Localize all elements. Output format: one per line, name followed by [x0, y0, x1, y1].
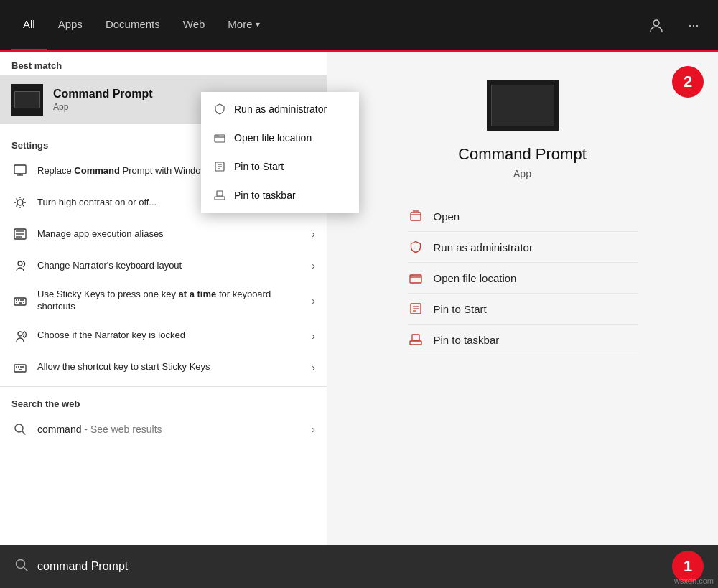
context-pin-start[interactable]: Pin to Start	[201, 152, 327, 181]
list-icon	[11, 225, 29, 243]
sun-icon	[11, 194, 29, 211]
best-match-title: Command Prompt	[53, 88, 153, 101]
right-app-title: Command Prompt	[458, 145, 587, 164]
folder-icon	[213, 131, 227, 145]
badge-2: 2	[672, 66, 704, 98]
action-pin-start-label: Pin to Start	[434, 303, 487, 315]
best-match-info: Command Prompt App	[53, 88, 153, 112]
search-bar-icon	[14, 558, 29, 576]
settings-narrator-lock-text: Choose if the Narrator key is locked	[37, 330, 303, 342]
context-menu: Run as administrator Open file location	[201, 92, 327, 213]
monitor-icon	[11, 162, 29, 179]
settings-narrator-text: Change Narrator's keyboard layout	[37, 260, 303, 272]
shield2-icon	[408, 239, 424, 255]
arrow-icon-web: ›	[312, 424, 315, 435]
svg-rect-25	[14, 298, 26, 305]
folder2-icon	[408, 270, 424, 286]
web-search-label: Search the web	[0, 390, 327, 414]
web-search-item[interactable]: command - See web results ›	[0, 414, 327, 445]
svg-rect-49	[412, 335, 419, 340]
action-run-admin-label: Run as administrator	[434, 241, 533, 253]
open-icon	[408, 208, 424, 224]
settings-sticky-text: Use Sticky Keys to press one key at a ti…	[37, 289, 303, 313]
account-icon[interactable]	[643, 12, 669, 38]
web-suffix: - See web results	[81, 424, 162, 435]
action-pin-start[interactable]: Pin to Start	[408, 294, 638, 325]
action-file-location-label: Open file location	[434, 272, 517, 284]
best-match-title-plain: Command	[53, 88, 113, 100]
arrow-icon-narrator: ›	[312, 260, 315, 271]
svg-rect-6	[215, 197, 225, 200]
svg-point-33	[18, 332, 22, 336]
settings-narrator-lock[interactable]: Choose if the Narrator key is locked ›	[0, 320, 327, 352]
action-open-label: Open	[434, 210, 460, 223]
right-cmd-icon	[487, 80, 559, 131]
search-input[interactable]	[37, 560, 663, 573]
svg-line-41	[22, 431, 26, 434]
action-open[interactable]: Open	[408, 201, 638, 232]
search-bar: 1	[0, 545, 718, 588]
web-search-text: command - See web results	[37, 424, 303, 435]
settings-sticky-shortcut[interactable]: Allow the shortcut key to start Sticky K…	[0, 352, 327, 383]
tab-web[interactable]: Web	[172, 0, 217, 51]
svg-rect-7	[217, 191, 223, 196]
svg-line-51	[24, 567, 27, 571]
pin-taskbar-icon	[213, 188, 227, 202]
settings-narrator-keyboard[interactable]: Change Narrator's keyboard layout ›	[0, 250, 327, 281]
svg-line-16	[17, 199, 18, 200]
settings-app-aliases[interactable]: Manage app execution aliases ›	[0, 218, 327, 250]
action-pin-taskbar[interactable]: Pin to taskbar	[408, 325, 638, 355]
web-query: command	[37, 424, 81, 435]
svg-rect-48	[410, 341, 421, 345]
right-panel: 2 Command Prompt App Open	[327, 52, 718, 545]
watermark: wsxdn.com	[674, 577, 714, 585]
svg-rect-42	[411, 213, 421, 220]
action-run-admin[interactable]: Run as administrator	[408, 232, 638, 263]
chevron-down-icon: ▾	[256, 19, 260, 29]
context-open-location[interactable]: Open file location	[201, 123, 327, 152]
svg-rect-34	[14, 365, 26, 372]
cmd-icon	[11, 84, 43, 116]
action-pin-taskbar-label: Pin to taskbar	[434, 334, 500, 346]
narrator-icon	[11, 257, 29, 274]
action-file-location[interactable]: Open file location	[408, 263, 638, 294]
right-cmd-inner	[491, 85, 554, 126]
best-match-label: Best match	[0, 52, 327, 75]
shield-icon	[213, 102, 227, 116]
best-match-subtitle: App	[53, 102, 153, 112]
svg-line-18	[23, 199, 24, 200]
left-panel: Best match Command Prompt App Run as	[0, 52, 327, 545]
svg-line-17	[23, 205, 24, 207]
settings-aliases-text: Manage app execution aliases	[37, 228, 303, 241]
tab-more[interactable]: More ▾	[216, 0, 271, 51]
arrow-icon-narrator-lock: ›	[312, 330, 315, 342]
arrow-icon-sticky-shortcut: ›	[312, 362, 315, 373]
context-run-label: Run as administrator	[234, 103, 327, 115]
tab-all[interactable]: All	[11, 0, 47, 51]
nav-tabs: All Apps Documents Web More ▾	[11, 0, 643, 51]
more-options-icon[interactable]: ···	[681, 12, 707, 38]
arrow-icon-aliases: ›	[312, 228, 315, 240]
context-pin-taskbar[interactable]: Pin to taskbar	[201, 181, 327, 210]
context-pin-start-label: Pin to Start	[234, 161, 284, 172]
nav-icons: ···	[643, 12, 707, 38]
cmd-icon-inner	[14, 91, 40, 108]
settings-sticky-shortcut-text: Allow the shortcut key to start Sticky K…	[37, 361, 303, 373]
tab-documents[interactable]: Documents	[94, 0, 172, 51]
context-pin-taskbar-label: Pin to taskbar	[234, 190, 296, 201]
right-app-subtitle: App	[513, 168, 531, 179]
settings-sticky-keys[interactable]: Use Sticky Keys to press one key at a ti…	[0, 281, 327, 320]
svg-point-11	[17, 200, 23, 205]
pin-start-icon	[213, 159, 227, 174]
taskbar-icon	[408, 332, 424, 347]
best-match-title-bold: Prompt	[113, 88, 153, 100]
svg-line-19	[17, 205, 18, 207]
arrow-icon-sticky: ›	[312, 295, 315, 307]
narrator2-icon	[11, 327, 29, 345]
context-run-as-admin[interactable]: Run as administrator	[201, 95, 327, 123]
divider	[0, 386, 327, 387]
tab-apps[interactable]: Apps	[47, 0, 94, 51]
context-open-location-label: Open file location	[234, 132, 312, 144]
right-actions: Open Run as administrator	[408, 201, 638, 355]
search-icon	[11, 421, 29, 438]
